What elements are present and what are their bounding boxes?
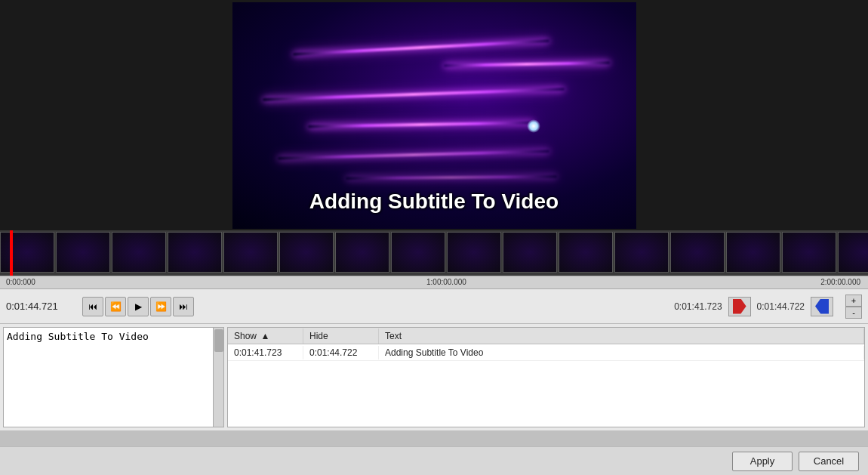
cell-hide-time: 0:01:44.722 (303, 346, 379, 359)
subtitle-text-input[interactable] (4, 328, 223, 427)
column-header-show: Show ▲ (228, 328, 303, 344)
timeline-thumb (670, 232, 725, 273)
subtitle-overlay: Adding Subtitle To Video (232, 190, 636, 214)
ruler-start-label: 0:00:000 (6, 278, 35, 286)
time-ruler: 0:00:000 1:00:00.000 2:00:00.000 (0, 276, 868, 289)
bottom-bar: Apply Cancel (0, 446, 868, 475)
ruler-end-label: 2:00:00.000 (820, 278, 860, 286)
playhead[interactable] (10, 230, 13, 276)
skip-to-end-button[interactable]: ⏭ (173, 297, 194, 316)
subtitle-list-body[interactable]: 0:01:41.723 0:01:44.722 Adding Subtitle … (228, 344, 864, 427)
glow-dot (527, 119, 540, 133)
subtitle-list: Show ▲ Hide Text 0:01:41.723 0:01:44.722… (227, 327, 865, 427)
subtitle-times: 0:01:41.723 0:01:44.722 + - (674, 295, 862, 319)
timeline-thumb (168, 232, 222, 273)
zoom-in-button[interactable]: + (845, 295, 862, 307)
subtitle-text: Adding Subtitle To Video (309, 190, 559, 213)
timeline-thumb (56, 232, 110, 273)
skip-to-start-button[interactable]: ⏮ (82, 297, 103, 316)
in-point-icon (733, 299, 746, 314)
play-button[interactable]: ▶ (128, 297, 149, 316)
set-out-point-button[interactable] (811, 297, 833, 316)
table-row[interactable]: 0:01:41.723 0:01:44.722 Adding Subtitle … (228, 344, 864, 361)
zoom-controls: + - (845, 295, 862, 319)
timeline-thumb (223, 232, 278, 273)
timeline-thumb (447, 232, 501, 273)
set-in-point-button[interactable] (728, 297, 751, 316)
video-frame: Adding Subtitle To Video (232, 2, 636, 229)
timeline-thumb (112, 232, 166, 273)
text-editor-container (3, 327, 224, 427)
hide-time-label: 0:01:44.722 (757, 301, 805, 312)
controls-bar: 0:01:44.721 ⏮ ⏪ ▶ ⏩ ⏭ 0:01:41.723 0:01:4… (0, 289, 868, 324)
timeline-thumb (726, 232, 780, 273)
out-point-icon (815, 299, 829, 314)
timeline-thumb (335, 232, 389, 273)
video-preview-area: Adding Subtitle To Video (0, 0, 868, 230)
cancel-button[interactable]: Cancel (799, 452, 859, 471)
scrollbar[interactable] (213, 328, 223, 427)
timeline-thumb (391, 232, 445, 273)
step-forward-button[interactable]: ⏩ (150, 297, 171, 316)
scrollbar-thumb (214, 329, 223, 352)
timeline-thumb (838, 232, 868, 273)
current-time-display: 0:01:44.721 (6, 301, 66, 312)
timeline-thumb (279, 232, 334, 273)
ruler-mid-label: 1:00:00.000 (426, 278, 466, 286)
column-header-hide: Hide (303, 328, 379, 344)
cell-text: Adding Subtitle To Video (379, 346, 864, 359)
timeline-thumb (559, 232, 613, 273)
timeline-thumb (503, 232, 557, 273)
hide-col-label: Hide (309, 331, 328, 341)
cell-show-time: 0:01:41.723 (228, 346, 303, 359)
edit-area: Show ▲ Hide Text 0:01:41.723 0:01:44.722… (0, 324, 868, 430)
subtitle-list-header: Show ▲ Hide Text (228, 328, 864, 344)
timeline-thumb (614, 232, 669, 273)
show-time-label: 0:01:41.723 (674, 301, 722, 312)
apply-button[interactable]: Apply (732, 452, 793, 471)
timeline-thumb (0, 232, 54, 273)
column-header-text: Text (379, 328, 864, 344)
sort-icon: ▲ (260, 331, 269, 341)
timeline-strip[interactable] (0, 230, 868, 276)
zoom-out-button[interactable]: - (845, 307, 862, 319)
text-col-label: Text (385, 331, 402, 341)
show-col-label: Show (234, 331, 257, 341)
timeline-thumb (782, 232, 836, 273)
step-back-button[interactable]: ⏪ (105, 297, 126, 316)
